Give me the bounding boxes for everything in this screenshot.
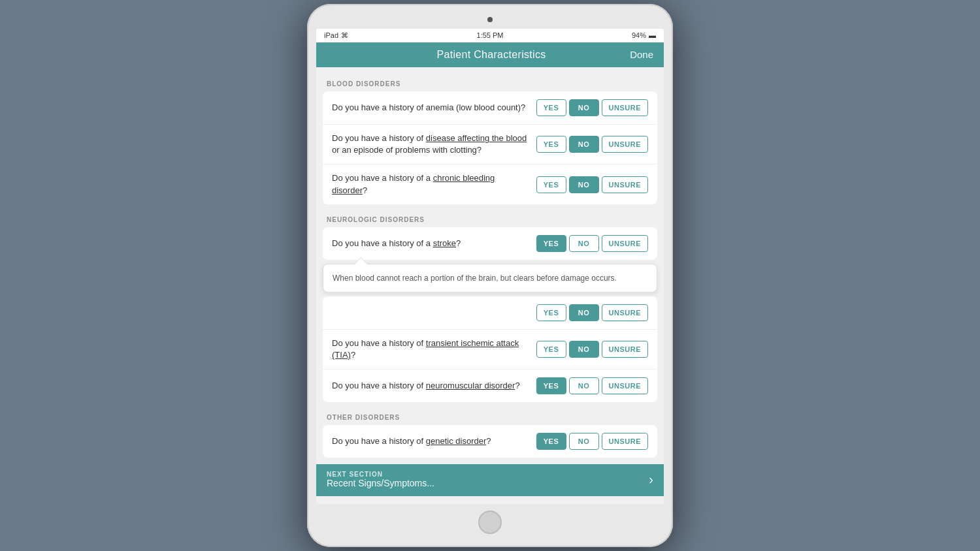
question-text-q4: Do you have a history of a stroke? bbox=[332, 238, 536, 249]
yes-button-q2[interactable]: YES bbox=[536, 136, 566, 153]
link-neuromuscular: neuromuscular disorder bbox=[426, 381, 515, 390]
answer-group-q1: YES NO UNSURE bbox=[536, 99, 648, 116]
question-row-q6: Do you have a history of transient ische… bbox=[323, 330, 657, 370]
tooltip-text: When blood cannot reach a portion of the… bbox=[333, 274, 617, 283]
yes-button-q1[interactable]: YES bbox=[536, 99, 566, 116]
no-button-q3[interactable]: NO bbox=[569, 176, 599, 193]
question-text-q1: Do you have a history of anemia (low blo… bbox=[332, 102, 536, 114]
link-tia: transient ischemic attack (TIA) bbox=[332, 338, 519, 360]
link-stroke: stroke bbox=[433, 238, 456, 248]
question-text-q7: Do you have a history of neuromuscular d… bbox=[332, 380, 536, 392]
next-section-content: NEXT SECTION Recent Signs/Symptoms... bbox=[327, 471, 434, 488]
unsure-button-q1[interactable]: UNSURE bbox=[602, 99, 648, 116]
ipad-screen: iPad ⌘ 1:55 PM 94% ▬ Patient Characteris… bbox=[316, 29, 664, 504]
device-label: iPad bbox=[324, 31, 338, 39]
unsure-button-q5[interactable]: UNSURE bbox=[602, 304, 648, 321]
yes-button-q8[interactable]: YES bbox=[536, 433, 566, 450]
answer-group-q6: YES NO UNSURE bbox=[536, 341, 648, 358]
unsure-button-q3[interactable]: UNSURE bbox=[602, 176, 648, 193]
next-section-label: NEXT SECTION bbox=[327, 471, 434, 478]
yes-button-q6[interactable]: YES bbox=[536, 341, 566, 358]
chevron-right-icon: › bbox=[649, 472, 653, 487]
question-text-q8: Do you have a history of genetic disorde… bbox=[332, 435, 536, 447]
answer-group-q7: YES NO UNSURE bbox=[536, 377, 648, 394]
section-label-neuro: NEUROLOGIC DISORDERS bbox=[316, 211, 664, 227]
status-right: 94% ▬ bbox=[632, 31, 656, 39]
answer-group-q3: YES NO UNSURE bbox=[536, 176, 648, 193]
section-card-neuro2: YES NO UNSURE Do you have a history of t… bbox=[323, 296, 657, 402]
yes-button-q4[interactable]: YES bbox=[536, 235, 566, 252]
question-text-q3: Do you have a history of a chronic bleed… bbox=[332, 172, 536, 196]
camera-dot bbox=[487, 17, 493, 22]
yes-button-q7[interactable]: YES bbox=[536, 377, 566, 394]
unsure-button-q6[interactable]: UNSURE bbox=[602, 341, 648, 358]
section-label-other: OTHER DISORDERS bbox=[316, 409, 664, 425]
unsure-button-q7[interactable]: UNSURE bbox=[602, 377, 648, 394]
content-area: BLOOD DISORDERS Do you have a history of… bbox=[316, 67, 664, 504]
tooltip-stroke: When blood cannot reach a portion of the… bbox=[323, 264, 657, 292]
no-button-q1[interactable]: NO bbox=[569, 99, 599, 116]
no-button-q5[interactable]: NO bbox=[569, 304, 599, 321]
section-card-other: Do you have a history of genetic disorde… bbox=[323, 425, 657, 458]
question-row-q2: Do you have a history of disease affecti… bbox=[323, 125, 657, 165]
status-time: 1:55 PM bbox=[477, 31, 504, 39]
question-row-q3: Do you have a history of a chronic bleed… bbox=[323, 165, 657, 204]
link-genetic: genetic disorder bbox=[426, 436, 487, 446]
link-bleeding: chronic bleeding disorder bbox=[332, 173, 495, 195]
no-button-q8[interactable]: NO bbox=[569, 433, 599, 450]
unsure-button-q4[interactable]: UNSURE bbox=[602, 235, 648, 252]
no-button-q2[interactable]: NO bbox=[569, 136, 599, 153]
home-button[interactable] bbox=[478, 511, 502, 534]
question-row-q7: Do you have a history of neuromuscular d… bbox=[323, 370, 657, 402]
link-disease: disease affecting the blood bbox=[426, 133, 527, 143]
ipad-frame: iPad ⌘ 1:55 PM 94% ▬ Patient Characteris… bbox=[307, 4, 673, 547]
answer-group-q8: YES NO UNSURE bbox=[536, 433, 648, 450]
page-title: Patient Characteristics bbox=[437, 49, 546, 61]
status-left: iPad ⌘ bbox=[324, 31, 348, 40]
status-bar: iPad ⌘ 1:55 PM 94% ▬ bbox=[316, 29, 664, 42]
battery-icon: ▬ bbox=[649, 31, 656, 39]
question-row-q8: Do you have a history of genetic disorde… bbox=[323, 425, 657, 458]
no-button-q7[interactable]: NO bbox=[569, 377, 599, 394]
section-card-blood: Do you have a history of anemia (low blo… bbox=[323, 91, 657, 204]
next-section-title: Recent Signs/Symptoms... bbox=[327, 478, 434, 488]
unsure-button-q8[interactable]: UNSURE bbox=[602, 433, 648, 450]
next-section-bar[interactable]: NEXT SECTION Recent Signs/Symptoms... › bbox=[316, 464, 664, 496]
title-bar: Patient Characteristics Done bbox=[316, 42, 664, 67]
no-button-q6[interactable]: NO bbox=[569, 341, 599, 358]
section-card-neuro: Do you have a history of a stroke? YES N… bbox=[323, 227, 657, 260]
wifi-icon: ⌘ bbox=[341, 31, 348, 40]
yes-button-q3[interactable]: YES bbox=[536, 176, 566, 193]
question-text-q6: Do you have a history of transient ische… bbox=[332, 338, 536, 361]
question-row-q5: YES NO UNSURE bbox=[323, 296, 657, 330]
question-text-q2: Do you have a history of disease affecti… bbox=[332, 133, 536, 156]
unsure-button-q2[interactable]: UNSURE bbox=[602, 136, 648, 153]
battery-label: 94% bbox=[632, 31, 646, 39]
answer-group-q2: YES NO UNSURE bbox=[536, 136, 648, 153]
done-button[interactable]: Done bbox=[630, 49, 653, 60]
yes-button-q5[interactable]: YES bbox=[536, 304, 566, 321]
no-button-q4[interactable]: NO bbox=[569, 235, 599, 252]
question-row-q4: Do you have a history of a stroke? YES N… bbox=[323, 227, 657, 260]
section-label-blood: BLOOD DISORDERS bbox=[316, 75, 664, 91]
question-row-q1: Do you have a history of anemia (low blo… bbox=[323, 91, 657, 125]
answer-group-q5: YES NO UNSURE bbox=[536, 304, 648, 321]
answer-group-q4: YES NO UNSURE bbox=[536, 235, 648, 252]
